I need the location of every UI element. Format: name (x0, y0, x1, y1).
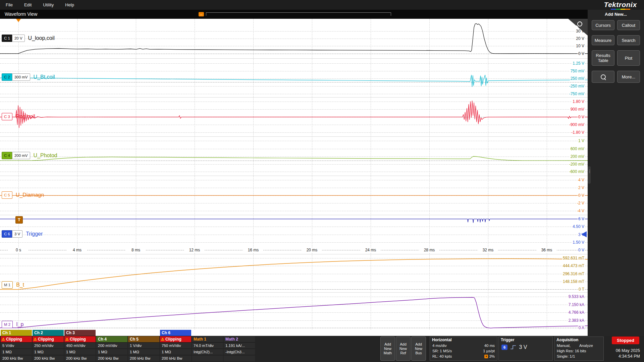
waveform-view-titlebar: Waveform View (0, 10, 588, 19)
channel-label-ch2: U_Bt,coil (34, 74, 55, 80)
channel-badge-ch5[interactable]: C 5 (2, 191, 12, 199)
plot-button[interactable]: Plot (617, 50, 640, 66)
acquisition-single: Single: 1/1 (557, 354, 575, 359)
menu-bar: File Edit Utility Help (0, 0, 644, 10)
scale-label-ch2: -750 mV (569, 91, 585, 97)
zoom-button[interactable] (592, 71, 614, 83)
scale-label-ch4: -600 mV (569, 169, 585, 174)
channel-badge-column-2[interactable]: Ch 2⚠Clipping250 mV/div1 MΩ200 kHz Bw (33, 330, 64, 361)
callout-button[interactable]: Callout (617, 20, 640, 30)
trigger-source-channel-badge[interactable]: T (15, 216, 23, 224)
waveform-plot[interactable]: 30 V20 V10 V0 VC 120 VU_loop,coil1.25 V7… (0, 19, 588, 329)
measure-button[interactable]: Measure (592, 35, 614, 45)
channel-badge-ch3[interactable]: C 3 (2, 113, 12, 120)
add-new-bus-line2: New (415, 347, 422, 351)
channel-setting: 1 MΩ (128, 349, 159, 355)
channel-badge-column-8[interactable]: Math 21.191 kA/...-Intg(Ch3... (224, 336, 255, 361)
sidebar-splitter-handle[interactable] (588, 166, 591, 184)
trace-ch3 (0, 97, 588, 136)
time-label: 4 ms (67, 248, 87, 252)
menu-file[interactable]: File (0, 0, 18, 10)
scale-label-ch6: 4.50 V (572, 224, 585, 229)
channel-badge-column-5[interactable]: Ch 51 V/div1 MΩ200 kHz Bw (128, 336, 159, 361)
scale-label-ch3: 900 mV (570, 107, 585, 112)
acquisition-title: Acquisition (554, 337, 603, 343)
time-label: 0 s (8, 248, 29, 252)
channel-badge-ch2[interactable]: C 2300 mV (2, 73, 30, 81)
channel-badge-m1[interactable]: M 1 (2, 281, 13, 289)
scale-label-ch2: -250 mV (569, 83, 585, 89)
scale-label-m2: 7.150 kA (568, 302, 585, 307)
scale-label-ch2: 750 mV (570, 68, 585, 74)
channel-badge-column-4[interactable]: Ch 4200 mV/div1 MΩ200 kHz Bw (96, 336, 127, 361)
scale-label-m2: 4.766 kA (568, 310, 585, 315)
channel-setting: 200 kHz Bw (128, 355, 159, 361)
channel-badge-ch4[interactable]: C 4200 mV (2, 152, 30, 159)
channel-badge-column-3[interactable]: Ch 3⚠Clipping450 mV/div1 MΩ200 kHz Bw (64, 330, 96, 361)
acquisition-badge[interactable]: Acquisition Manual, Analyze High Res: 16… (554, 337, 604, 361)
time-label: 24 ms (361, 248, 381, 252)
time-label: 32 ms (478, 248, 498, 252)
badge-cell: M 2 (2, 321, 13, 328)
trigger-title: Trigger (499, 337, 552, 343)
channel-band-ch5: 4 V2 V0 V-2 V-4 VC 5U_Diamagn (0, 176, 588, 215)
channel-header: Ch 1 (1, 330, 32, 336)
trigger-position-marker[interactable] (16, 19, 21, 22)
channel-band-ch1: 30 V20 V10 V0 VC 120 VU_loop,coil (0, 19, 588, 59)
scale-label-ch6: 1.50 V (572, 240, 585, 245)
time-label: 36 ms (537, 248, 557, 252)
time-label: 4:34:54 PM (616, 354, 640, 359)
channel-setting: 1 MΩ (64, 349, 96, 355)
sidebar-button-grid: Cursors Callout Measure Search Results T… (588, 17, 644, 83)
channel-setting: 750 mV/div (160, 343, 191, 349)
channel-badge-row-m1: M 1B_t (2, 281, 24, 289)
scale-label-ch1: 20 V (575, 36, 585, 41)
pan-zoom-rail[interactable] (206, 12, 391, 16)
position-icon (484, 355, 488, 358)
scale-label-ch3: 1.80 V (572, 99, 585, 104)
channel-setting: 250 mV/div (33, 343, 64, 349)
search-button[interactable]: Search (617, 35, 640, 45)
scale-label-ch5: 2 V (578, 185, 585, 190)
horizontal-position: 3% (489, 354, 495, 359)
horizontal-badge[interactable]: Horizontal 4 ms/div 40 ms SR: 1 MS/s 1 µ… (430, 337, 497, 361)
add-new-math-line2: New (384, 347, 391, 351)
channel-setting (224, 355, 255, 361)
channel-setting: 5 V/div (1, 343, 32, 349)
warning-icon: ⚠ (34, 337, 37, 341)
channel-badge-column-7[interactable]: Math 174.0 mT/divIntg(Ch2)... (192, 336, 223, 361)
time-label: 28 ms (419, 248, 439, 252)
trigger-source-badge: 6 (501, 345, 507, 350)
channel-setting: 200 kHz Bw (33, 355, 64, 361)
scale-label-ch3: 0 V (578, 114, 585, 120)
channel-badge-row-ch6: C 63 VTrigger (2, 230, 43, 238)
channel-badge-ch1[interactable]: C 120 V (2, 35, 25, 42)
channel-badge-column-1[interactable]: Ch 1⚠Clipping5 V/div1 MΩ200 kHz Bw (1, 330, 32, 361)
results-table-button[interactable]: Results Table (592, 50, 614, 66)
channel-band-m1: 592.631 mT444.473 mT296.316 mT148.158 mT… (0, 254, 588, 293)
run-stop-status-button[interactable]: Stopped (612, 337, 639, 344)
add-new-math-button[interactable]: Add New Math (380, 337, 395, 361)
trigger-badge-panel[interactable]: Trigger 6 3 V (498, 337, 553, 361)
channel-badge-row-ch3: C 3Rog,coil (2, 113, 35, 120)
expansion-point-icon[interactable] (199, 12, 204, 16)
badge-cell: 3 V (12, 230, 22, 238)
cursors-button[interactable]: Cursors (592, 20, 614, 30)
trigger-level-arrow[interactable] (581, 231, 587, 237)
channel-badge-ch6[interactable]: C 63 V (2, 230, 22, 238)
channel-setting: 200 kHz Bw (160, 355, 191, 361)
scale-label-ch5: 4 V (578, 177, 585, 183)
trace-m2 (0, 292, 588, 329)
more-button[interactable]: More... (617, 71, 640, 83)
add-new-bus-button[interactable]: Add New Bus (411, 337, 426, 361)
menu-edit[interactable]: Edit (18, 0, 37, 10)
channel-badge-m2[interactable]: M 2 (2, 321, 13, 328)
scale-label-m1: 444.473 mT (562, 263, 585, 268)
menu-help[interactable]: Help (59, 0, 80, 10)
tektronix-wordmark: Tektronix (598, 1, 643, 9)
scale-label-ch3: -900 mV (569, 122, 585, 127)
channel-badge-column-6[interactable]: Ch 6⚠Clipping750 mV/div1 MΩ200 kHz Bw (160, 330, 191, 361)
menu-utility[interactable]: Utility (37, 0, 59, 10)
add-new-ref-button[interactable]: Add New Ref (396, 337, 411, 361)
time-label: 20 ms (302, 248, 322, 252)
